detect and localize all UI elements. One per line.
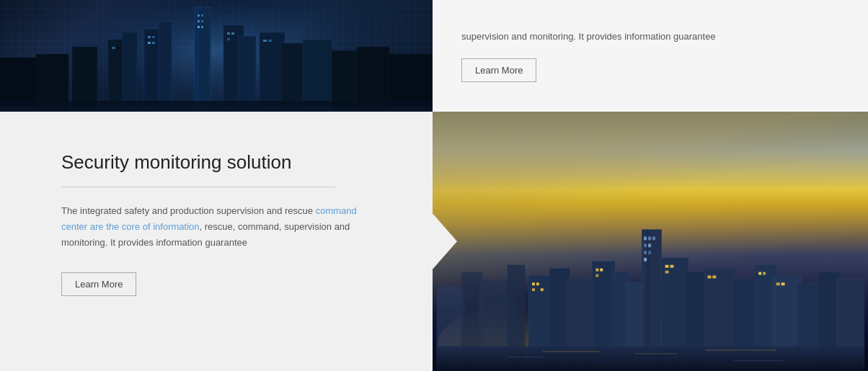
- top-section: supervision and monitoring. It provides …: [0, 0, 868, 112]
- svg-rect-79: [758, 272, 761, 275]
- svg-rect-70: [541, 288, 544, 291]
- svg-rect-76: [665, 271, 669, 274]
- svg-rect-68: [536, 282, 539, 285]
- svg-rect-7: [198, 26, 200, 28]
- svg-rect-10: [159, 22, 172, 112]
- bottom-section: Security monitoring solution The integra…: [0, 112, 868, 371]
- svg-rect-8: [201, 26, 203, 28]
- section-title: Security monitoring solution: [61, 151, 404, 174]
- svg-rect-36: [0, 107, 433, 112]
- description-link[interactable]: command center are the core of informati…: [61, 205, 357, 232]
- svg-rect-86: [706, 350, 776, 351]
- skyline-svg: [433, 215, 868, 371]
- svg-rect-12: [123, 32, 137, 112]
- svg-rect-85: [634, 353, 677, 354]
- svg-rect-25: [152, 36, 155, 38]
- svg-rect-78: [712, 275, 716, 278]
- svg-rect-33: [263, 40, 267, 42]
- arrow-decoration: [433, 213, 457, 270]
- page-wrapper: supervision and monitoring. It provides …: [0, 0, 868, 371]
- dark-city-background: [0, 0, 433, 112]
- svg-rect-26: [148, 42, 151, 44]
- top-right-content: supervision and monitoring. It provides …: [433, 0, 868, 112]
- night-city-background: [433, 112, 868, 371]
- section-description: The integrated safety and production sup…: [61, 203, 364, 251]
- svg-rect-3: [198, 14, 200, 17]
- svg-rect-17: [238, 36, 256, 112]
- svg-rect-73: [595, 274, 598, 277]
- top-left-image: [0, 0, 433, 112]
- svg-rect-88: [734, 360, 784, 361]
- top-description: supervision and monitoring. It provides …: [461, 30, 839, 45]
- svg-rect-69: [532, 288, 535, 291]
- svg-rect-6: [201, 20, 203, 22]
- svg-rect-80: [763, 272, 766, 275]
- svg-rect-27: [152, 42, 155, 44]
- svg-rect-82: [781, 282, 785, 285]
- svg-rect-24: [148, 36, 151, 38]
- svg-rect-46: [652, 236, 655, 240]
- svg-rect-45: [648, 236, 651, 240]
- svg-rect-84: [543, 352, 600, 352]
- svg-rect-75: [670, 265, 673, 268]
- svg-rect-28: [112, 47, 115, 49]
- svg-rect-2: [196, 9, 199, 109]
- svg-rect-47: [644, 243, 647, 247]
- svg-rect-72: [600, 269, 603, 272]
- buildings-svg: [0, 0, 433, 112]
- svg-rect-32: [227, 38, 230, 40]
- svg-rect-77: [708, 275, 712, 278]
- svg-rect-81: [776, 282, 780, 285]
- top-learn-more-button[interactable]: Learn More: [461, 58, 536, 82]
- svg-rect-83: [436, 347, 864, 371]
- svg-rect-31: [231, 32, 234, 35]
- bottom-learn-more-button[interactable]: Learn More: [61, 272, 136, 296]
- svg-rect-51: [644, 258, 647, 262]
- svg-rect-48: [648, 243, 651, 247]
- svg-rect-87: [508, 357, 543, 357]
- svg-rect-49: [644, 251, 647, 254]
- svg-rect-67: [532, 282, 535, 285]
- bottom-right-image: [433, 112, 868, 371]
- bottom-left-content: Security monitoring solution The integra…: [0, 112, 433, 371]
- svg-rect-34: [268, 40, 272, 42]
- title-divider: [61, 187, 335, 187]
- svg-rect-50: [648, 251, 651, 254]
- svg-rect-29: [117, 47, 120, 49]
- svg-rect-30: [227, 32, 230, 35]
- svg-rect-74: [665, 265, 669, 268]
- svg-rect-4: [201, 14, 203, 17]
- svg-rect-71: [595, 269, 598, 272]
- svg-rect-44: [644, 236, 647, 240]
- svg-rect-5: [198, 20, 200, 22]
